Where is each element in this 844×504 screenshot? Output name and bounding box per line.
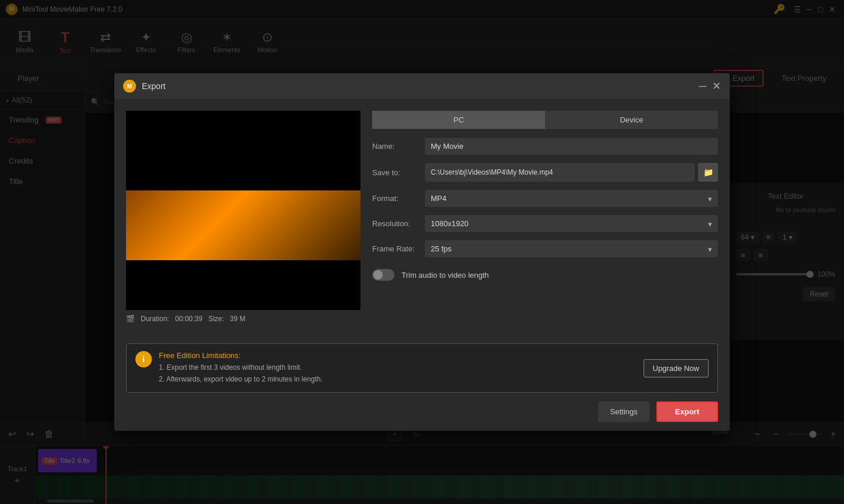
dialog-logo: M [123, 80, 136, 93]
settings-button[interactable]: Settings [598, 401, 649, 422]
dialog-body: 🎬 Duration: 00:00:39 Size: 39 M PC Devic… [114, 99, 730, 335]
tab-pc[interactable]: PC [372, 111, 545, 129]
dialog-close-button[interactable]: ✕ [712, 80, 721, 93]
trim-audio-label: Trim audio to video length [401, 271, 489, 280]
dialog-overlay: M Export ─ ✕ 🎬 Duration: 00:00:39 Size: [0, 0, 844, 504]
format-select-wrapper: MP4 AVI MOV WMV ▾ [425, 190, 718, 207]
film-frame-icon: 🎬 [126, 315, 135, 323]
preview-bottom-black [126, 260, 360, 310]
duration-label: Duration: [141, 315, 169, 323]
export-action-button[interactable]: Export [656, 401, 718, 422]
toggle-knob [373, 270, 383, 280]
trim-audio-toggle[interactable] [372, 269, 394, 281]
limitations-item2: 2. Afterwards, export video up to 2 minu… [159, 374, 637, 385]
info-icon: i [135, 351, 152, 367]
resolution-select-wrapper: 1080x1920 1920x1080 1280x720 ▾ [425, 215, 718, 232]
name-input[interactable] [425, 138, 718, 155]
frame-rate-row: Frame Rate: 25 fps 30 fps 60 fps ▾ [372, 240, 718, 257]
size-value: 39 M [230, 315, 246, 323]
limitations-text: Free Edition Limitations: 1. Export the … [159, 351, 637, 384]
framerate-select-wrapper: 25 fps 30 fps 60 fps ▾ [425, 240, 718, 257]
dialog-title: Export [142, 81, 693, 91]
video-preview-frame [126, 111, 360, 310]
dialog-config-section: PC Device Name: Save to: 📁 [372, 111, 718, 323]
duration-value: 00:00:39 [175, 315, 203, 323]
format-row: Format: MP4 AVI MOV WMV ▾ [372, 190, 718, 207]
size-label: Size: [208, 315, 224, 323]
preview-metadata: 🎬 Duration: 00:00:39 Size: 39 M [126, 315, 360, 323]
frame-rate-label: Frame Rate: [372, 244, 425, 253]
tab-device[interactable]: Device [545, 111, 718, 129]
path-wrapper: 📁 [425, 163, 718, 182]
preview-gradient-area [126, 190, 360, 260]
trim-audio-row: Trim audio to video length [372, 265, 718, 281]
resolution-row: Resolution: 1080x1920 1920x1080 1280x720… [372, 215, 718, 232]
frame-rate-select[interactable]: 25 fps 30 fps 60 fps [425, 240, 718, 257]
format-label: Format: [372, 194, 425, 203]
resolution-label: Resolution: [372, 219, 425, 228]
dialog-header: M Export ─ ✕ [114, 73, 730, 99]
dialog-actions: Settings Export [126, 401, 718, 422]
upgrade-now-button[interactable]: Upgrade Now [644, 359, 709, 377]
limitations-box: i Free Edition Limitations: 1. Export th… [126, 343, 718, 392]
limitations-item1: 1. Export the first 3 videos without len… [159, 362, 637, 373]
name-label: Name: [372, 142, 425, 151]
save-to-row: Save to: 📁 [372, 163, 718, 182]
export-dialog: M Export ─ ✕ 🎬 Duration: 00:00:39 Size: [114, 73, 730, 430]
name-row: Name: [372, 138, 718, 155]
resolution-select[interactable]: 1080x1920 1920x1080 1280x720 [425, 215, 718, 232]
dialog-minimize-button[interactable]: ─ [699, 80, 706, 93]
preview-top-black [126, 111, 360, 190]
dialog-footer: i Free Edition Limitations: 1. Export th… [114, 335, 730, 430]
dialog-preview-section: 🎬 Duration: 00:00:39 Size: 39 M [126, 111, 360, 323]
output-tab-group: PC Device [372, 111, 718, 129]
limitations-title: Free Edition Limitations: [159, 351, 637, 360]
format-select[interactable]: MP4 AVI MOV WMV [425, 190, 718, 207]
path-input[interactable] [425, 163, 695, 182]
save-to-label: Save to: [372, 168, 425, 177]
browse-folder-button[interactable]: 📁 [698, 163, 718, 182]
